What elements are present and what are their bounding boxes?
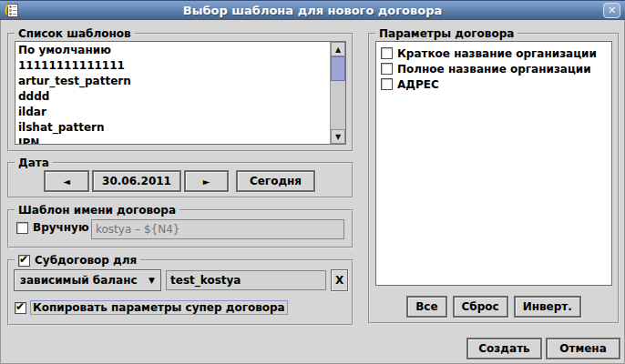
scroll-down-icon: ▼ — [335, 133, 341, 141]
list-item[interactable]: ilshat_pattern — [18, 120, 330, 136]
list-item[interactable]: По умолчанию — [18, 43, 330, 58]
subcontract-checkbox-label: Субдоговор для — [35, 254, 137, 267]
checkbox-icon: ✔ — [15, 302, 26, 314]
arrow-left-icon: ◄ — [63, 177, 70, 187]
arrow-right-icon: ► — [203, 177, 210, 187]
group-subcontract: ✔ Субдоговор для зависимый баланс ▼ test… — [7, 254, 353, 326]
name-template-field[interactable]: kostya – ${N4} — [91, 219, 344, 239]
date-prev-button[interactable]: ◄ — [44, 170, 89, 192]
checkbox-icon: ✔ — [18, 255, 30, 267]
list-item[interactable]: dddd — [18, 89, 330, 105]
select-all-button[interactable]: Все — [406, 296, 446, 318]
param-label: АДРЕС — [397, 78, 439, 91]
param-list: ✔ Краткое название организации ✔ Полное … — [375, 41, 612, 286]
param-label: Полное название организации — [397, 63, 591, 76]
list-item[interactable]: artur_test_pattern — [18, 74, 330, 89]
list-item[interactable]: IPN — [18, 136, 330, 144]
list-scrollbar[interactable]: ▲ ▼ — [330, 42, 345, 144]
group-template-list: Список шаблонов По умолчанию 11111111111… — [7, 27, 353, 152]
group-contract-params: Параметры договора ✔ Краткое название ор… — [368, 27, 620, 324]
date-next-button[interactable]: ► — [184, 170, 229, 192]
checkbox-icon: ✔ — [16, 222, 28, 234]
param-checkbox-row[interactable]: ✔ Полное название организации — [381, 61, 611, 76]
list-item[interactable]: 11111111111111 — [18, 58, 330, 74]
group-date-title: Дата — [15, 157, 53, 169]
param-checkbox-row[interactable]: ✔ АДРЕС — [381, 76, 611, 92]
scrollbar-thumb[interactable] — [331, 56, 345, 81]
group-template-list-title: Список шаблонов — [15, 27, 135, 40]
create-button[interactable]: Создать — [466, 338, 542, 359]
date-today-button[interactable]: Сегодня — [236, 170, 315, 192]
window-title: Выбор шаблона для нового договора — [0, 4, 625, 17]
checkbox-icon: ✔ — [381, 63, 393, 75]
param-label: Краткое название организации — [397, 47, 597, 60]
checkbox-icon: ✔ — [381, 78, 393, 90]
param-checkbox-row[interactable]: ✔ Краткое название организации — [381, 46, 611, 61]
scroll-down-button[interactable]: ▼ — [331, 129, 345, 144]
cancel-button[interactable]: Отмена — [546, 338, 620, 359]
parent-contract-field[interactable]: test_kostya — [166, 270, 326, 290]
group-name-template-title: Шаблон имени договора — [15, 204, 179, 217]
balance-type-value: зависимый баланс — [20, 274, 138, 287]
scroll-up-button[interactable]: ▲ — [331, 42, 345, 56]
template-list[interactable]: По умолчанию 11111111111111 artur_test_p… — [15, 41, 346, 145]
list-item[interactable]: ildar — [18, 105, 330, 120]
manual-checkbox-label: Вручную — [33, 221, 89, 234]
reset-button[interactable]: Сброс — [453, 296, 508, 318]
group-subcontract-title: ✔ Субдоговор для — [15, 254, 140, 267]
dialog-window: Выбор шаблона для нового договора ✕ Спис… — [0, 0, 625, 364]
clear-parent-button[interactable]: X — [331, 269, 348, 291]
close-button[interactable]: ✕ — [603, 3, 620, 18]
group-name-template: Шаблон имени договора ✔ Вручную kostya –… — [7, 204, 353, 248]
group-contract-params-title: Параметры договора — [375, 27, 517, 40]
titlebar[interactable]: Выбор шаблона для нового договора ✕ — [0, 0, 625, 20]
checkbox-icon: ✔ — [381, 47, 393, 59]
subcontract-checkbox[interactable]: ✔ Субдоговор для — [18, 254, 137, 267]
date-value-button[interactable]: 30.06.2011 — [92, 170, 181, 192]
manual-checkbox[interactable]: ✔ Вручную — [16, 221, 89, 234]
scrollbar-track[interactable] — [331, 56, 345, 129]
template-list-items: По умолчанию 11111111111111 artur_test_p… — [15, 42, 330, 144]
invert-button[interactable]: Инверт. — [514, 296, 581, 318]
copy-params-checkbox-label: Копировать параметры супер договора — [31, 301, 287, 314]
param-actions: Все Сброс Инверт. — [370, 296, 618, 318]
copy-params-checkbox[interactable]: ✔ Копировать параметры супер договора — [15, 301, 287, 314]
scroll-up-icon: ▲ — [335, 46, 341, 54]
chevron-down-icon: ▼ — [149, 276, 155, 285]
group-date: Дата ◄ 30.06.2011 ► Сегодня — [7, 157, 353, 198]
balance-type-dropdown[interactable]: зависимый баланс ▼ — [14, 269, 161, 291]
